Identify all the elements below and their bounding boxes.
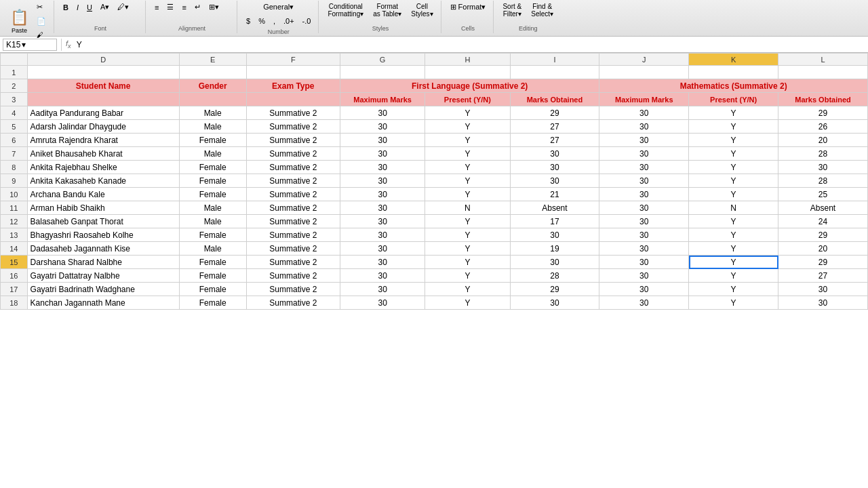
cell-F9[interactable]: Summative 2 — [246, 174, 340, 188]
cell-J3[interactable]: Maximum Marks — [599, 93, 689, 106]
cell-H14[interactable]: Y — [425, 242, 510, 256]
row-num-6[interactable]: 6 — [1, 134, 28, 147]
cell-H1[interactable] — [425, 66, 510, 79]
cell-F12[interactable]: Summative 2 — [246, 215, 340, 228]
cell-E3[interactable] — [179, 93, 246, 106]
row-num-14[interactable]: 14 — [1, 242, 28, 256]
cell-F10[interactable]: Summative 2 — [246, 188, 340, 201]
merge-button[interactable]: ⊞▾ — [205, 1, 222, 14]
row-num-1[interactable]: 1 — [1, 66, 28, 79]
comma-button[interactable]: , — [270, 15, 279, 27]
row-num-8[interactable]: 8 — [1, 161, 28, 174]
cell-G18[interactable]: 30 — [340, 296, 425, 310]
highlight-button[interactable]: 🖊▾ — [114, 1, 132, 14]
col-header-K[interactable]: K — [689, 54, 778, 66]
cell-E11[interactable]: Male — [179, 201, 246, 215]
cell-J14[interactable]: 30 — [599, 242, 689, 256]
cell-F8[interactable]: Summative 2 — [246, 161, 340, 174]
cell-L13[interactable]: 29 — [778, 228, 868, 242]
row-num-18[interactable]: 18 — [1, 296, 28, 310]
cell-J1[interactable] — [599, 66, 689, 79]
cell-K13[interactable]: Y — [689, 228, 778, 242]
formula-input[interactable] — [74, 39, 868, 50]
cell-J10[interactable]: 30 — [599, 188, 689, 201]
cell-I15[interactable]: 30 — [510, 256, 599, 269]
paste-button[interactable]: 📋 — [7, 8, 32, 27]
cell-D13[interactable]: Bhagyashri Raosaheb Kolhe — [27, 228, 179, 242]
cell-G3[interactable]: Maximum Marks — [340, 93, 425, 106]
row-num-3[interactable]: 3 — [1, 93, 28, 106]
cell-G10[interactable]: 30 — [340, 188, 425, 201]
cell-L16[interactable]: 27 — [778, 269, 868, 283]
cell-F2[interactable]: Exam Type — [246, 79, 340, 93]
cell-L15[interactable]: 29 — [778, 256, 868, 269]
cell-K6[interactable]: Y — [689, 134, 778, 147]
row-num-2[interactable]: 2 — [1, 79, 28, 93]
cell-D3[interactable] — [27, 93, 179, 106]
cell-K12[interactable]: Y — [689, 215, 778, 228]
cell-K18[interactable]: Y — [689, 296, 778, 310]
align-left-button[interactable]: ≡ — [151, 1, 162, 14]
col-header-I[interactable]: I — [510, 54, 599, 66]
cell-L17[interactable]: 30 — [778, 283, 868, 296]
conditional-formatting-button[interactable]: ConditionalFormatting▾ — [324, 1, 367, 20]
cell-H17[interactable]: Y — [425, 283, 510, 296]
cell-J12[interactable]: 30 — [599, 215, 689, 228]
cell-I18[interactable]: 30 — [510, 296, 599, 310]
cell-K15[interactable]: Y — [689, 256, 778, 269]
cell-L6[interactable]: 20 — [778, 134, 868, 147]
currency-button[interactable]: $ — [243, 15, 254, 27]
cell-E15[interactable]: Female — [179, 256, 246, 269]
cell-L18[interactable]: 30 — [778, 296, 868, 310]
cell-D10[interactable]: Archana Bandu Kale — [27, 188, 179, 201]
row-num-10[interactable]: 10 — [1, 188, 28, 201]
cell-E6[interactable]: Female — [179, 134, 246, 147]
cell-E18[interactable]: Female — [179, 296, 246, 310]
cell-F4[interactable]: Summative 2 — [246, 106, 340, 120]
cell-K8[interactable]: Y — [689, 161, 778, 174]
cell-E2[interactable]: Gender — [179, 79, 246, 93]
cell-J2-span[interactable]: Mathematics (Summative 2) — [599, 79, 868, 93]
cell-I5[interactable]: 27 — [510, 120, 599, 134]
sort-filter-button[interactable]: Sort &Filter▾ — [499, 1, 525, 20]
cell-H9[interactable]: Y — [425, 174, 510, 188]
cell-L4[interactable]: 29 — [778, 106, 868, 120]
cell-H6[interactable]: Y — [425, 134, 510, 147]
cell-L12[interactable]: 24 — [778, 215, 868, 228]
format-as-table-button[interactable]: Formatas Table▾ — [370, 1, 405, 20]
cell-D18[interactable]: Kanchan Jagannath Mane — [27, 296, 179, 310]
cell-styles-button[interactable]: CellStyles▾ — [408, 1, 436, 20]
cell-J5[interactable]: 30 — [599, 120, 689, 134]
row-num-9[interactable]: 9 — [1, 174, 28, 188]
cell-F11[interactable]: Summative 2 — [246, 201, 340, 215]
col-header-D[interactable]: D — [27, 54, 179, 66]
cell-D11[interactable]: Arman Habib Shaikh — [27, 201, 179, 215]
cell-G14[interactable]: 30 — [340, 242, 425, 256]
cell-E14[interactable]: Male — [179, 242, 246, 256]
cell-I8[interactable]: 30 — [510, 161, 599, 174]
cell-K11[interactable]: N — [689, 201, 778, 215]
col-header-G[interactable]: G — [340, 54, 425, 66]
cell-G12[interactable]: 30 — [340, 215, 425, 228]
format-button[interactable]: ⊞ Format▾ — [447, 1, 490, 14]
cell-F13[interactable]: Summative 2 — [246, 228, 340, 242]
cell-G8[interactable]: 30 — [340, 161, 425, 174]
cell-L8[interactable]: 30 — [778, 161, 868, 174]
cell-D14[interactable]: Dadasaheb Jagannath Kise — [27, 242, 179, 256]
cell-reference-box[interactable]: K15 ▾ — [3, 39, 57, 51]
cell-J18[interactable]: 30 — [599, 296, 689, 310]
font-color-button[interactable]: A▾ — [97, 1, 113, 14]
cell-F16[interactable]: Summative 2 — [246, 269, 340, 283]
cell-H18[interactable]: Y — [425, 296, 510, 310]
decimal-dec-button[interactable]: -.0 — [299, 15, 315, 27]
cell-J9[interactable]: 30 — [599, 174, 689, 188]
cell-F5[interactable]: Summative 2 — [246, 120, 340, 134]
cell-G15[interactable]: 30 — [340, 256, 425, 269]
cell-H15[interactable]: Y — [425, 256, 510, 269]
cell-L14[interactable]: 20 — [778, 242, 868, 256]
cell-G17[interactable]: 30 — [340, 283, 425, 296]
find-select-button[interactable]: Find &Select▾ — [528, 1, 557, 20]
cell-K1[interactable] — [689, 66, 778, 79]
cell-E12[interactable]: Male — [179, 215, 246, 228]
cell-F3[interactable] — [246, 93, 340, 106]
